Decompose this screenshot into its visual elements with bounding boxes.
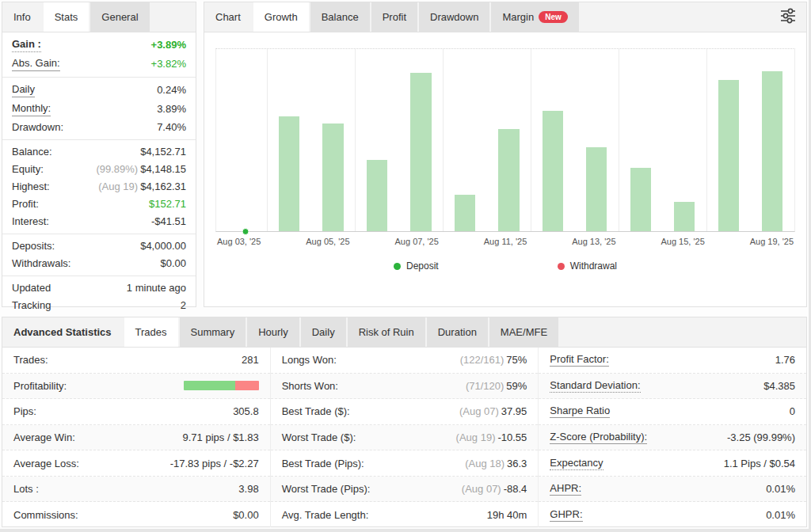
tracking-value: 2 — [181, 299, 186, 312]
x-axis-label: Aug 11, '25 — [484, 237, 527, 246]
tab-stats[interactable]: Stats — [44, 2, 89, 32]
z-score-value: -3.25 (99.99%) — [727, 431, 795, 443]
tab-chart[interactable]: Chart — [204, 2, 252, 32]
divider — [2, 234, 196, 234]
deposits-label: Deposits: — [12, 240, 55, 253]
growth-bar[interactable] — [498, 129, 519, 231]
tab-growth[interactable]: Growth — [253, 2, 309, 32]
daily-value: 0.24% — [157, 84, 186, 97]
growth-bar[interactable] — [718, 80, 739, 231]
drawdown-label: Drawdown: — [12, 121, 63, 134]
deposit-marker-dot[interactable] — [242, 228, 249, 235]
withdrawal-legend-dot — [558, 263, 565, 270]
growth-bar[interactable] — [279, 116, 299, 231]
growth-bar[interactable] — [410, 73, 431, 231]
tab-margin[interactable]: Margin New — [491, 2, 578, 32]
tab-risk-of-ruin[interactable]: Risk of Ruin — [348, 317, 425, 347]
tab-drawdown[interactable]: Drawdown — [419, 2, 489, 32]
growth-bar[interactable] — [630, 168, 651, 232]
stats-tabbar: Info Stats General — [2, 2, 196, 32]
standard-deviation-label[interactable]: Standard Deviation: — [550, 379, 640, 393]
equity-value: $4,148.15 — [140, 163, 186, 175]
ahpr-value: 0.01% — [766, 483, 795, 495]
chart-settings-button[interactable] — [770, 2, 806, 32]
tab-mae-mfe[interactable]: MAE/MFE — [489, 317, 558, 347]
profit-factor-value: 1.76 — [775, 354, 795, 366]
divider — [2, 139, 196, 140]
best-trade-usd-date: (Aug 07) — [459, 405, 499, 417]
stat-row-profit: Profit: $152.71 — [2, 196, 196, 213]
table-row-average-loss: Average Loss: -17.83 pips / -$2.27 — [2, 450, 270, 477]
vertical-gridline — [267, 49, 268, 231]
gain-label[interactable]: Gain : — [12, 38, 41, 52]
table-row-worst-trade-pips: Worst Trade (Pips): (Aug 07)-88.4 — [271, 477, 539, 503]
vertical-gridline — [443, 49, 444, 231]
worst-trade-usd-value: -10.55 — [497, 431, 527, 443]
daily-label[interactable]: Daily — [12, 83, 35, 97]
x-axis-label: Aug 05, '25 — [306, 237, 349, 246]
advanced-statistics-title: Advanced Statistics — [2, 317, 123, 347]
withdrawals-label: Withdrawals: — [12, 257, 70, 270]
table-row-pips: Pips: 305.8 — [2, 399, 270, 425]
abs-gain-label[interactable]: Abs. Gain: — [12, 57, 60, 71]
page: Info Stats General Gain : +3.89% Abs. Ga… — [0, 0, 809, 529]
growth-bar[interactable] — [455, 195, 475, 231]
tab-duration[interactable]: Duration — [427, 317, 488, 347]
sharpe-ratio-label[interactable]: Sharpe Ratio — [550, 405, 610, 418]
interest-value: -$41.51 — [151, 215, 186, 228]
highest-value: $4,162.31 — [140, 180, 186, 192]
ahpr-label[interactable]: AHPR: — [550, 482, 581, 496]
longs-won-label: Longs Won: — [282, 354, 337, 366]
commissions-value: $0.00 — [233, 509, 259, 521]
growth-bar[interactable] — [367, 160, 387, 231]
interest-label: Interest: — [12, 215, 49, 228]
sharpe-ratio-value: 0 — [790, 405, 795, 417]
account-stats-panel: Info Stats General Gain : +3.89% Abs. Ga… — [2, 2, 196, 307]
legend-item-deposit[interactable]: Deposit — [394, 260, 439, 272]
legend-item-withdrawal[interactable]: Withdrawal — [558, 260, 617, 272]
chart-legend: Deposit Withdrawal — [215, 260, 795, 272]
tab-profit[interactable]: Profit — [371, 2, 417, 32]
tab-info[interactable]: Info — [2, 2, 42, 32]
z-score-label[interactable]: Z-Score (Probability): — [550, 431, 647, 444]
expectancy-label[interactable]: Expectancy — [550, 457, 603, 470]
table-row-ghpr: GHPR: 0.01% — [539, 502, 806, 527]
gain-value: +3.89% — [151, 39, 186, 51]
profit-factor-label[interactable]: Profit Factor: — [550, 353, 608, 367]
ghpr-value: 0.01% — [766, 509, 795, 521]
pips-value: 305.8 — [233, 405, 259, 417]
average-loss-value: -17.83 pips / -$2.27 — [170, 458, 259, 469]
balance-label: Balance: — [12, 146, 52, 158]
stat-row-balance: Balance: $4,152.71 — [2, 143, 196, 161]
shorts-won-value: 59% — [506, 380, 527, 392]
tab-general[interactable]: General — [90, 2, 149, 32]
growth-bar[interactable] — [586, 147, 607, 231]
growth-bar[interactable] — [762, 71, 782, 231]
growth-bar[interactable] — [322, 124, 343, 231]
stat-row-interest: Interest: -$41.51 — [2, 213, 196, 230]
profitability-label: Profitability: — [13, 380, 67, 392]
equity-label: Equity: — [12, 163, 44, 176]
tab-hourly[interactable]: Hourly — [247, 317, 299, 347]
updated-label: Updated — [12, 282, 51, 294]
longs-won-value: 75% — [506, 354, 527, 366]
growth-bar[interactable] — [543, 111, 563, 231]
chart-plot[interactable] — [215, 48, 795, 232]
table-row-profitability: Profitability: — [2, 374, 270, 400]
ghpr-label[interactable]: GHPR: — [550, 508, 582, 522]
tab-trades[interactable]: Trades — [124, 317, 178, 347]
tab-daily[interactable]: Daily — [301, 317, 346, 347]
table-row-trades: Trades: 281 — [2, 348, 270, 374]
x-axis-label: Aug 13, '25 — [572, 237, 615, 246]
table-row-avg-trade-length: Avg. Trade Length: 19h 40m — [271, 502, 539, 527]
stat-row-highest: Highest: (Aug 19)$4,162.31 — [2, 178, 196, 196]
table-row-lots: Lots : 3.98 — [2, 477, 270, 503]
shorts-won-label: Shorts Won: — [282, 380, 338, 392]
monthly-label[interactable]: Monthly: — [12, 102, 51, 116]
tab-balance[interactable]: Balance — [310, 2, 370, 32]
tab-summary[interactable]: Summary — [180, 317, 246, 347]
vertical-gridline — [355, 49, 356, 231]
worst-trade-pips-value: -88.4 — [504, 483, 527, 495]
trades-statistics-table: Trades: 281 Profitability: Pips: 305.8 A… — [2, 348, 806, 527]
growth-bar[interactable] — [674, 202, 695, 231]
